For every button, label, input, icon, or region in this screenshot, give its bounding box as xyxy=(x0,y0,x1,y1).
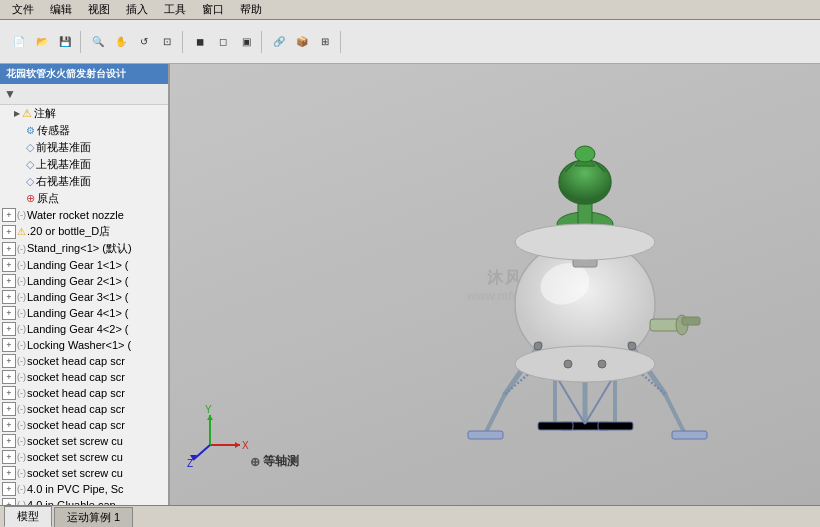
tree-item-locking-washer[interactable]: + (-) Locking Washer<1> ( xyxy=(0,337,168,353)
toolbar-mate[interactable]: 🔗 xyxy=(268,31,290,53)
tree-item-socket1[interactable]: + (-) socket head cap scr xyxy=(0,353,168,369)
expand-box-stand[interactable]: + xyxy=(2,242,16,256)
toolbar-save[interactable]: 💾 xyxy=(54,31,76,53)
filter-row: ▼ xyxy=(0,84,168,105)
tree-item-lg1[interactable]: + (-) Landing Gear 1<1> ( xyxy=(0,257,168,273)
tree-item-socket3[interactable]: + (-) socket head cap scr xyxy=(0,385,168,401)
toolbar-shaded[interactable]: ◼ xyxy=(189,31,211,53)
expand-box-lg1[interactable]: + xyxy=(2,258,16,272)
tree-item-right-plane[interactable]: ◇ 右视基准面 xyxy=(0,173,168,190)
toolbar-open[interactable]: 📂 xyxy=(31,31,53,53)
toolbar-pan[interactable]: ✋ xyxy=(110,31,132,53)
tree-item-pvc[interactable]: + (-) 4.0 in PVC Pipe, Sc xyxy=(0,481,168,497)
tree-item-sensor[interactable]: ⚙ 传感器 xyxy=(0,122,168,139)
toolbar-new[interactable]: 📄 xyxy=(8,31,30,53)
panel-title: 花园软管水火箭发射台设计 xyxy=(6,67,126,81)
tree-item-setscrew2[interactable]: + (-) socket set screw cu xyxy=(0,449,168,465)
tree-item-top-plane[interactable]: ◇ 上视基准面 xyxy=(0,156,168,173)
tree-item-setscrew1[interactable]: + (-) socket set screw cu xyxy=(0,433,168,449)
toolbar-wireframe[interactable]: ◻ xyxy=(212,31,234,53)
toolbar-rotate[interactable]: ↺ xyxy=(133,31,155,53)
tree-label-socket3: socket head cap scr xyxy=(27,387,125,399)
expand-box-nozzle[interactable]: + xyxy=(2,208,16,222)
tree-item-setscrew3[interactable]: + (-) socket set screw cu xyxy=(0,465,168,481)
tree-item-nozzle[interactable]: + (-) Water rocket nozzle xyxy=(0,207,168,223)
expand-box-ss3[interactable]: + xyxy=(2,466,16,480)
minus-lg42: (-) xyxy=(17,324,26,334)
expand-box-s5[interactable]: + xyxy=(2,418,16,432)
tree-item-socket2[interactable]: + (-) socket head cap scr xyxy=(0,369,168,385)
svg-point-5 xyxy=(559,160,611,204)
menu-view[interactable]: 视图 xyxy=(80,1,118,18)
expand-box-cap1[interactable]: + xyxy=(2,498,16,505)
tree-label-sensor: 传感器 xyxy=(37,123,70,138)
expand-box-ss1[interactable]: + xyxy=(2,434,16,448)
expand-box-s2[interactable]: + xyxy=(2,370,16,384)
tree-label-lg42: Landing Gear 4<2> ( xyxy=(27,323,129,335)
axis-arrow-icon: ⊕ xyxy=(250,455,260,469)
expand-box-bottle[interactable]: + xyxy=(2,225,16,239)
tree-item-annotations[interactable]: ▶ ⚠ 注解 xyxy=(0,105,168,122)
toolbar-group-view: 🔍 ✋ ↺ ⊡ xyxy=(83,31,183,53)
svg-point-10 xyxy=(575,146,595,162)
expand-box-pvc[interactable]: + xyxy=(2,482,16,496)
toolbar-hidden[interactable]: ▣ xyxy=(235,31,257,53)
menu-insert[interactable]: 插入 xyxy=(118,1,156,18)
expand-box-s4[interactable]: + xyxy=(2,402,16,416)
toolbar-component[interactable]: 📦 xyxy=(291,31,313,53)
tree-item-socket4[interactable]: + (-) socket head cap scr xyxy=(0,401,168,417)
expand-box-lg4[interactable]: + xyxy=(2,306,16,320)
svg-point-36 xyxy=(598,360,606,368)
menu-window[interactable]: 窗口 xyxy=(194,1,232,18)
tree-item-bottle[interactable]: + ⚠ .20 or bottle_D店 xyxy=(0,223,168,240)
expand-box-ss2[interactable]: + xyxy=(2,450,16,464)
tree-item-stand-ring[interactable]: + (-) Stand_ring<1> (默认) xyxy=(0,240,168,257)
toolbar: 📄 📂 💾 🔍 ✋ ↺ ⊡ ◼ ◻ ▣ 🔗 📦 ⊞ xyxy=(0,20,820,64)
tree-item-lg2[interactable]: + (-) Landing Gear 2<1> ( xyxy=(0,273,168,289)
tree-item-lg4[interactable]: + (-) Landing Gear 4<1> ( xyxy=(0,305,168,321)
toolbar-pattern[interactable]: ⊞ xyxy=(314,31,336,53)
svg-marker-38 xyxy=(235,442,240,448)
minus-s2: (-) xyxy=(17,372,26,382)
tree-item-front-plane[interactable]: ◇ 前视基准面 xyxy=(0,139,168,156)
tree-item-socket5[interactable]: + (-) socket head cap scr xyxy=(0,417,168,433)
expand-box-s1[interactable]: + xyxy=(2,354,16,368)
tab-motion[interactable]: 运动算例 1 xyxy=(54,507,133,527)
tree-label-setscrew1: socket set screw cu xyxy=(27,435,123,447)
tree-item-lg42[interactable]: + (-) Landing Gear 4<2> ( xyxy=(0,321,168,337)
tab-model[interactable]: 模型 xyxy=(4,506,52,527)
expand-box-lg2[interactable]: + xyxy=(2,274,16,288)
toolbar-zoom[interactable]: 🔍 xyxy=(87,31,109,53)
plane-icon-top: ◇ xyxy=(26,158,34,171)
tree-item-cap1[interactable]: + (-) 4.0 in Gluable cap_ xyxy=(0,497,168,505)
expand-box-lg3[interactable]: + xyxy=(2,290,16,304)
plane-icon-right: ◇ xyxy=(26,175,34,188)
svg-rect-17 xyxy=(672,431,707,439)
expand-box-s3[interactable]: + xyxy=(2,386,16,400)
menu-file[interactable]: 文件 xyxy=(4,1,42,18)
svg-line-12 xyxy=(485,394,505,434)
minus-ss1: (-) xyxy=(17,436,26,446)
menu-help[interactable]: 帮助 xyxy=(232,1,270,18)
svg-rect-26 xyxy=(538,422,573,430)
minus-s5: (-) xyxy=(17,420,26,430)
filter-icon[interactable]: ▼ xyxy=(4,87,16,101)
svg-point-34 xyxy=(628,342,636,350)
tree-label-setscrew3: socket set screw cu xyxy=(27,467,123,479)
tree-label-origin: 原点 xyxy=(37,191,59,206)
menu-edit[interactable]: 编辑 xyxy=(42,1,80,18)
tree-container[interactable]: ▶ ⚠ 注解 ⚙ 传感器 ◇ 前视基准面 ◇ 上视基准面 xyxy=(0,105,168,505)
minus-s3: (-) xyxy=(17,388,26,398)
minus-lg2: (-) xyxy=(17,276,26,286)
tree-label-pvc: 4.0 in PVC Pipe, Sc xyxy=(27,483,124,495)
tree-item-lg3[interactable]: + (-) Landing Gear 3<1> ( xyxy=(0,289,168,305)
toolbar-fit[interactable]: ⊡ xyxy=(156,31,178,53)
expand-box-lg42[interactable]: + xyxy=(2,322,16,336)
menu-bar: 文件 编辑 视图 插入 工具 窗口 帮助 xyxy=(0,0,820,20)
viewport[interactable]: 沐风网 www.mfcad.com xyxy=(170,64,820,505)
tree-label-front-plane: 前视基准面 xyxy=(36,140,91,155)
tree-item-origin[interactable]: ⊕ 原点 xyxy=(0,190,168,207)
menu-tools[interactable]: 工具 xyxy=(156,1,194,18)
expand-box-lw[interactable]: + xyxy=(2,338,16,352)
tree-label-socket5: socket head cap scr xyxy=(27,419,125,431)
